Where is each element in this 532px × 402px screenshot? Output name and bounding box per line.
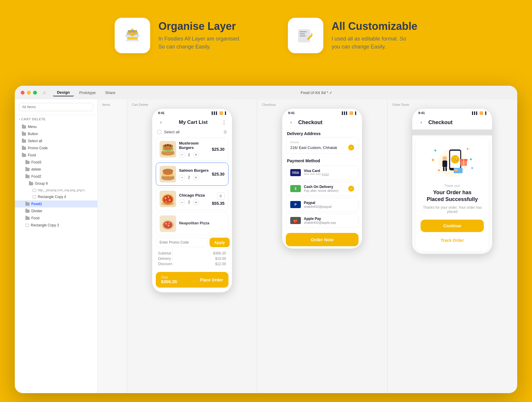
qty-increase-mushroom[interactable]: +: [193, 152, 199, 158]
svg-text:😊: 😊: [454, 157, 459, 162]
svg-rect-8: [300, 31, 307, 32]
order-now-button[interactable]: Order Now: [286, 233, 359, 246]
order-done-screen-col: Order Done 9:41 ▌▌▌ 🛜 ▐ ‹ Check: [387, 99, 517, 393]
continue-button[interactable]: Continue: [421, 220, 484, 232]
chicago-pizza-image: [160, 191, 176, 207]
apply-button[interactable]: Apply: [210, 238, 230, 247]
sidebar-item-promocode[interactable]: Promo Code: [15, 145, 97, 152]
payment-paypal[interactable]: P Paypal shakib402@paypal: [286, 197, 359, 212]
folder-icon-blue: [25, 202, 30, 206]
cart-item-info-neapolitan: Neapolitan Pizza: [179, 221, 225, 227]
signal-icon: ▌▌▌: [342, 111, 348, 115]
sidebar-item-rectangle-copy3[interactable]: Rectangle Copy 3: [15, 222, 97, 229]
cart-item-info-chicago: Chicago Pizza − 2 +: [179, 193, 209, 205]
browser-titlebar: ⌂ Design Prototype Share Food UI Kit Xd …: [15, 86, 517, 99]
cart-phone: 9:41 ▌▌▌ 🛜 ▐ ‹ My Cart List ⋮: [152, 109, 232, 292]
qty-decrease-mushroom[interactable]: −: [179, 152, 185, 158]
home-icon[interactable]: ⌂: [43, 90, 46, 95]
browser-window: ⌂ Design Prototype Share Food UI Kit Xd …: [15, 86, 517, 393]
sidebar-item-http[interactable]: http__pluspng.com_img-png_png-h...: [15, 187, 97, 193]
select-all-radio[interactable]: [157, 129, 162, 134]
organise-icon-box: [115, 18, 150, 53]
customizable-desc: I used all as editable format. So you ca…: [332, 35, 417, 51]
svg-point-36: [168, 223, 170, 224]
qty-value-mushroom: 2: [188, 153, 190, 157]
svg-rect-39: [434, 149, 437, 152]
quantity-control-salmon: − 2 +: [179, 174, 209, 180]
edit-icon: [296, 26, 315, 45]
payment-apple[interactable]: 🍎 Apple Pay shakib402@apple.pay: [286, 213, 359, 228]
promo-input[interactable]: [156, 238, 208, 247]
sidebar-item-food-nested[interactable]: Food: [15, 215, 97, 222]
qty-decrease-salmon[interactable]: −: [179, 174, 185, 180]
sidebar-item-rectangle-copy4[interactable]: Rectangle Copy 4: [15, 193, 97, 200]
place-order-button[interactable]: Place Order: [200, 278, 223, 282]
cart-item-mushroom[interactable]: Mushroom Burgers − 2 + $25.30: [156, 138, 228, 161]
order-done-label: Order Done: [387, 102, 517, 109]
trash-icon[interactable]: 🗑: [223, 129, 227, 134]
feature-organise: Organise Layer In Foodies All Layer are …: [115, 18, 241, 53]
sidebar-item-selectall[interactable]: Select all: [15, 137, 97, 145]
summary-subtotal: Subtotal : $306.35: [158, 251, 226, 255]
qty-increase-salmon[interactable]: +: [193, 174, 199, 180]
checkout-time: 9:41: [288, 111, 295, 115]
sidebar-item-food1[interactable]: Food1: [15, 200, 97, 208]
svg-point-18: [169, 145, 171, 147]
dot-maximize[interactable]: [33, 91, 37, 95]
organise-title: Organise Layer: [158, 20, 241, 33]
search-input[interactable]: [19, 103, 93, 111]
qty-increase-chicago[interactable]: +: [193, 199, 199, 205]
dot-minimize[interactable]: [27, 91, 31, 95]
svg-point-25: [161, 176, 174, 180]
sidebar-item-button[interactable]: Button: [15, 130, 97, 137]
cart-menu-button[interactable]: ⋮: [221, 119, 227, 126]
svg-point-44: [438, 169, 440, 171]
svg-rect-5: [127, 37, 138, 40]
sidebar-item-divider[interactable]: Divider: [15, 208, 97, 215]
wifi-icon: 🛜: [219, 111, 223, 115]
payment-cash[interactable]: $ Cash On Delivery Pay after recive deli…: [286, 181, 359, 196]
cart-item-info: Mushroom Burgers − 2 +: [179, 141, 209, 158]
order-done-back-button[interactable]: ‹: [417, 118, 425, 127]
battery-icon: ▐: [224, 111, 226, 115]
visa-detail: **** **** **** 5162: [304, 173, 354, 176]
cart-item-chicago[interactable]: Chicago Pizza − 2 + 🗑 $55.35: [156, 187, 228, 210]
qty-value-chicago: 2: [188, 200, 190, 204]
cart-header: ‹ My Cart List ⋮: [152, 116, 232, 128]
tab-share[interactable]: Share: [101, 89, 120, 96]
salmon-name: Salmon Burgers: [179, 168, 209, 173]
sidebar-item-food3[interactable]: Food3: [15, 159, 97, 166]
track-order-button[interactable]: Track Order: [421, 235, 484, 246]
battery-icon: ▐: [354, 111, 356, 115]
qty-decrease-chicago[interactable]: −: [179, 199, 185, 205]
checkout-back-button[interactable]: ‹: [287, 118, 295, 127]
chevron-icon: ‹: [19, 118, 20, 121]
cash-icon: $: [290, 185, 301, 192]
svg-point-34: [163, 221, 172, 228]
discount-label: Discount :: [158, 262, 174, 266]
sidebar-item-food[interactable]: Food: [15, 152, 97, 159]
discount-value: $12.00: [215, 262, 226, 266]
sidebar-item-delete[interactable]: delete: [15, 166, 97, 173]
sidebar-item-menu[interactable]: Menu: [15, 123, 97, 130]
cart-back-button[interactable]: ‹: [157, 118, 165, 127]
sidebar-item-food2[interactable]: Food2: [15, 173, 97, 180]
total-label: Total: [161, 275, 177, 279]
paypal-icon: P: [290, 201, 301, 208]
cart-item-salmon[interactable]: Salmon Burgers − 2 + $25.30: [156, 163, 228, 186]
tab-design[interactable]: Design: [53, 89, 74, 96]
wifi-icon: 🛜: [479, 111, 483, 115]
folder-icon: [25, 210, 30, 213]
sidebar-item-group9[interactable]: Group 9: [15, 180, 97, 187]
cart-item-neapolitan[interactable]: Neapolitan Pizza: [156, 212, 228, 235]
folder-icon: [22, 140, 26, 143]
svg-point-19: [161, 151, 174, 155]
order-done-status-bar: 9:41 ▌▌▌ 🛜 ▐: [412, 109, 492, 116]
cart-status-bar: 9:41 ▌▌▌ 🛜 ▐: [152, 109, 232, 116]
payment-visa[interactable]: VISA Visa Card **** **** **** 5162: [286, 166, 359, 180]
cart-time: 9:41: [158, 111, 165, 115]
dot-close[interactable]: [21, 91, 25, 95]
subtotal-value: $306.35: [213, 251, 226, 255]
tab-prototype[interactable]: Prototype: [75, 89, 100, 96]
chicago-delete-button[interactable]: 🗑: [217, 192, 225, 200]
